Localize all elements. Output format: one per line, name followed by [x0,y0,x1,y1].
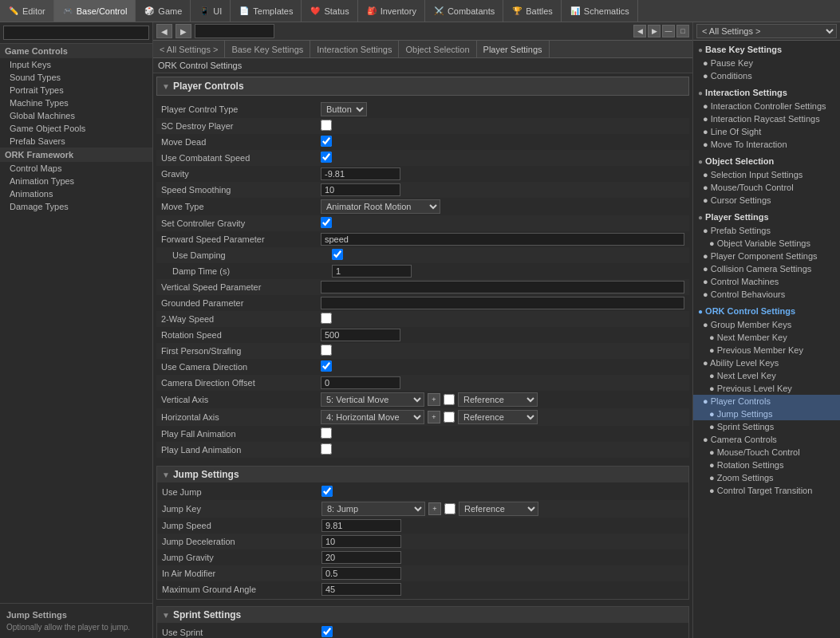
sidebar-item-global-machines[interactable]: Global Machines [0,109,152,122]
use-combatant-speed-checkbox[interactable] [321,152,332,163]
vertical-axis-select[interactable]: 5: Vertical Move [321,392,424,407]
right-item-line-of-sight[interactable]: ● Line Of Sight [693,125,840,138]
jump-settings-header[interactable]: ▼ Jump Settings [157,467,688,482]
tab-game[interactable]: 🎲 Game [136,0,191,22]
right-item-prefab-settings[interactable]: ● Prefab Settings [693,224,840,237]
right-item-jump-settings[interactable]: ● Jump Settings [693,408,840,420]
breadcrumb-object-selection[interactable]: Object Selection [399,41,476,57]
right-item-cursor-settings[interactable]: ● Cursor Settings [693,194,840,207]
sidebar-item-prefab-savers[interactable]: Prefab Savers [0,135,152,148]
speed-smoothing-input[interactable] [321,183,400,196]
right-item-player-controls[interactable]: ● Player Controls [693,395,840,408]
use-sprint-checkbox[interactable] [321,626,333,637]
right-panel-all-settings-select[interactable]: < All Settings > [696,24,837,38]
tab-combatants[interactable]: ⚔️ Combatants [425,0,503,22]
use-damping-checkbox[interactable] [332,249,343,260]
vertical-axis-add-button[interactable]: + [428,393,440,406]
tab-inventory[interactable]: 🎒 Inventory [358,0,425,22]
camera-direction-offset-input[interactable] [321,376,400,389]
breadcrumb-interaction[interactable]: Interaction Settings [310,41,399,57]
scroll-up-button[interactable]: ◀ [633,25,646,37]
right-item-mouse-touch-control-cam[interactable]: ● Mouse/Touch Control [693,446,840,459]
tab-editor[interactable]: ✏️ Editor [0,0,54,22]
right-item-next-level-key[interactable]: ● Next Level Key [693,369,840,382]
scroll-max-button[interactable]: □ [676,25,689,37]
right-item-previous-member-key[interactable]: ● Previous Member Key [693,344,840,356]
right-item-collision-camera-settings[interactable]: ● Collision Camera Settings [693,262,840,275]
sidebar-item-portrait-types[interactable]: Portrait Types [0,84,152,96]
jump-speed-input[interactable] [321,519,401,532]
right-item-camera-controls[interactable]: ● Camera Controls [693,433,840,446]
max-ground-angle-input[interactable] [321,583,401,596]
horizontal-axis-select[interactable]: 4: Horizontal Move [321,410,424,424]
sidebar-item-game-object-pools[interactable]: Game Object Pools [0,122,152,135]
play-fall-animation-checkbox[interactable] [321,427,332,439]
jump-key-add-button[interactable]: + [428,502,441,515]
sidebar-item-input-keys[interactable]: Input Keys [0,58,152,71]
use-jump-checkbox[interactable] [321,486,333,497]
in-air-modifier-input[interactable] [321,567,401,580]
right-item-zoom-settings[interactable]: ● Zoom Settings [693,471,840,484]
grounded-param-input[interactable] [321,297,684,309]
gravity-input[interactable] [321,167,400,180]
right-item-pause-key[interactable]: ● Pause Key [693,57,840,69]
breadcrumb-base-key[interactable]: Base Key Settings [225,41,310,57]
right-item-next-member-key[interactable]: ● Next Member Key [693,331,840,344]
rotation-speed-input[interactable] [321,329,400,341]
tab-schematics[interactable]: 📊 Schematics [562,0,638,22]
tab-templates[interactable]: 📄 Templates [231,0,302,22]
play-land-animation-checkbox[interactable] [321,443,332,455]
jump-key-ref-select[interactable]: Reference [459,502,538,516]
two-way-speed-checkbox[interactable] [321,313,332,324]
sidebar-item-animation-types[interactable]: Animation Types [0,175,152,187]
move-type-select[interactable]: Animator Root Motion [321,199,440,214]
use-camera-direction-checkbox[interactable] [321,360,332,372]
right-item-control-behaviours[interactable]: ● Control Behaviours [693,288,840,301]
right-item-control-target-transition[interactable]: ● Control Target Transition [693,484,840,497]
right-item-ability-level-keys[interactable]: ● Ability Level Keys [693,356,840,369]
right-item-selection-input[interactable]: ● Selection Input Settings [693,168,840,181]
vertical-speed-param-input[interactable] [321,281,684,293]
damp-time-input[interactable] [332,265,412,278]
scroll-down-button[interactable]: ▶ [648,25,661,37]
right-item-group-member-keys[interactable]: ● Group Member Keys [693,318,840,331]
right-item-interaction-controller[interactable]: ● Interaction Controller Settings [693,100,840,112]
jump-gravity-input[interactable] [321,551,401,564]
nav-forward-button[interactable]: ▶ [175,24,191,38]
first-person-checkbox[interactable] [321,345,332,356]
vertical-axis-ref-select[interactable]: Reference [458,392,538,407]
nav-back-button[interactable]: ◀ [156,24,172,38]
move-dead-checkbox[interactable] [321,136,332,147]
breadcrumb-player-settings[interactable]: Player Settings [477,41,550,57]
sidebar-item-damage-types[interactable]: Damage Types [0,200,152,213]
tab-base-control[interactable]: 🎮 Base/Control [54,0,136,22]
right-item-interaction-raycast[interactable]: ● Interaction Raycast Settings [693,112,840,125]
vertical-axis-checkbox[interactable] [444,394,455,405]
jump-key-checkbox[interactable] [444,503,455,514]
right-item-previous-level-key[interactable]: ● Previous Level Key [693,382,840,395]
right-item-conditions[interactable]: ● Conditions [693,69,840,82]
center-search-input[interactable] [195,24,274,38]
jump-key-select[interactable]: 8: Jump [321,502,425,516]
sidebar-search-input[interactable] [3,26,149,40]
forward-speed-param-input[interactable] [321,233,684,246]
sidebar-item-control-maps[interactable]: Control Maps [0,162,152,175]
player-control-type-select[interactable]: Button [321,102,367,116]
right-item-rotation-settings[interactable]: ● Rotation Settings [693,459,840,471]
right-item-player-component-settings[interactable]: ● Player Component Settings [693,250,840,262]
set-controller-gravity-checkbox[interactable] [321,217,332,228]
scroll-min-button[interactable]: — [662,25,675,37]
player-controls-header[interactable]: ▼ Player Controls [156,77,689,96]
right-item-control-machines[interactable]: ● Control Machines [693,275,840,288]
sprint-settings-header[interactable]: ▼ Sprint Settings [157,607,688,623]
sc-destroy-player-checkbox[interactable] [321,120,332,131]
tab-status[interactable]: ❤️ Status [302,0,357,22]
tab-battles[interactable]: 🏆 Battles [503,0,562,22]
sidebar-item-sound-types[interactable]: Sound Types [0,71,152,84]
sidebar-item-machine-types[interactable]: Machine Types [0,96,152,109]
right-item-object-variable-settings[interactable]: ● Object Variable Settings [693,237,840,250]
sidebar-item-animations[interactable]: Animations [0,187,152,200]
breadcrumb-all-settings[interactable]: < All Settings > [153,41,225,57]
right-item-move-to-interaction[interactable]: ● Move To Interaction [693,138,840,151]
horizontal-axis-checkbox[interactable] [444,412,455,423]
